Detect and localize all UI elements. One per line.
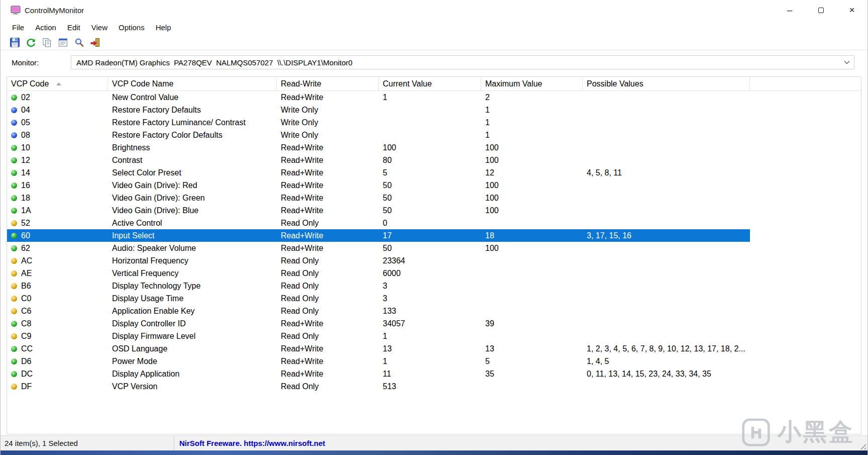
table-row[interactable]: C6Application Enable KeyRead Only133 xyxy=(7,305,750,317)
vcp-code-text: 52 xyxy=(21,219,30,228)
cell-maximum-value: 39 xyxy=(481,317,583,330)
cell-maximum-value: 100 xyxy=(481,141,583,154)
cell-possible-values xyxy=(583,267,750,280)
cell-vcp-code: 60 xyxy=(7,229,108,242)
table-row[interactable]: 62Audio: Speaker VolumeRead+Write50100 xyxy=(7,242,750,254)
refresh-button[interactable] xyxy=(25,36,37,49)
table-row[interactable]: 04Restore Factory DefaultsWrite Only1 xyxy=(7,104,750,116)
cell-vcp-code-name: Vertical Frequency xyxy=(108,267,277,280)
table-row[interactable]: CCOSD LanguageRead+Write13131, 2, 3, 4, … xyxy=(7,342,750,355)
close-button[interactable]: × xyxy=(836,0,867,20)
cell-current-value: 1 xyxy=(379,330,481,342)
cell-vcp-code-name: Display Firmware Level xyxy=(108,330,277,342)
table-row[interactable]: 18Video Gain (Drive): GreenRead+Write501… xyxy=(7,192,750,204)
column-header-current-value[interactable]: Current Value xyxy=(379,77,481,90)
cell-current-value: 50 xyxy=(379,179,481,192)
cell-possible-values xyxy=(583,129,750,141)
table-row[interactable]: B6Display Technology TypeRead Only3 xyxy=(7,280,750,292)
maximize-button[interactable] xyxy=(805,0,836,20)
column-header-read-write[interactable]: Read-Write xyxy=(277,77,379,90)
table-row[interactable]: 16Video Gain (Drive): RedRead+Write50100 xyxy=(7,179,750,192)
cell-possible-values xyxy=(583,204,750,217)
cell-maximum-value: 100 xyxy=(481,204,583,217)
cell-vcp-code-name: Restore Factory Luminance/ Contrast xyxy=(108,116,277,129)
cell-vcp-code-name: Horizontal Frequency xyxy=(108,254,277,267)
cell-current-value: 50 xyxy=(379,192,481,204)
vcp-code-text: C6 xyxy=(21,307,31,316)
green-status-dot-icon xyxy=(11,145,17,151)
minimize-button[interactable]: – xyxy=(774,0,805,20)
table-row[interactable]: 10BrightnessRead+Write100100 xyxy=(7,141,750,154)
copy-button[interactable] xyxy=(41,36,53,49)
cell-maximum-value xyxy=(481,217,583,229)
green-status-dot-icon xyxy=(11,233,17,239)
green-status-dot-icon xyxy=(11,321,17,327)
app-icon xyxy=(11,6,21,15)
cell-current-value xyxy=(379,116,481,129)
green-status-dot-icon xyxy=(11,95,17,101)
vcp-code-text: C8 xyxy=(21,319,31,328)
properties-button[interactable] xyxy=(57,36,69,49)
cell-read-write: Read Only xyxy=(277,280,379,292)
table-header: VCP Code VCP Code Name Read-Write Curren… xyxy=(7,77,861,91)
cell-current-value xyxy=(379,129,481,141)
table-row[interactable]: C0Display Usage TimeRead Only3 xyxy=(7,292,750,305)
vcp-code-text: C9 xyxy=(21,332,31,341)
table-row[interactable]: C9Display Firmware LevelRead Only1 xyxy=(7,330,750,342)
cell-read-write: Write Only xyxy=(277,104,379,116)
vcp-code-text: 10 xyxy=(21,143,30,152)
yellow-status-dot-icon xyxy=(11,296,17,302)
cell-vcp-code-name: Video Gain (Drive): Red xyxy=(108,179,277,192)
menubar: File Action Edit View Options Help xyxy=(1,20,867,35)
table-row[interactable]: DFVCP VersionRead Only513 xyxy=(7,380,750,393)
resize-grip[interactable] xyxy=(858,442,866,449)
cell-vcp-code-name: New Control Value xyxy=(108,91,277,104)
table-row[interactable]: DCDisplay ApplicationRead+Write11350, 11… xyxy=(7,368,750,380)
cell-read-write: Read Only xyxy=(277,217,379,229)
menu-item-action[interactable]: Action xyxy=(30,22,62,33)
table-row[interactable]: 12ContrastRead+Write80100 xyxy=(7,154,750,166)
cell-vcp-code: 12 xyxy=(7,154,108,166)
table-row[interactable]: D6Power ModeRead+Write151, 4, 5 xyxy=(7,355,750,368)
menu-item-options[interactable]: Options xyxy=(113,22,150,33)
table-row[interactable]: 02New Control ValueRead+Write12 xyxy=(7,91,750,104)
cell-vcp-code-name: Active Control xyxy=(108,217,277,229)
vcp-code-text: 12 xyxy=(21,156,30,165)
menu-item-file[interactable]: File xyxy=(7,22,30,33)
table-row[interactable]: ACHorizontal FrequencyRead Only23364 xyxy=(7,254,750,267)
cell-maximum-value: 2 xyxy=(481,91,583,104)
cell-vcp-code-name: Brightness xyxy=(108,141,277,154)
menu-item-help[interactable]: Help xyxy=(150,22,177,33)
table-row[interactable]: AEVertical FrequencyRead Only6000 xyxy=(7,267,750,280)
column-header-vcp-code-name[interactable]: VCP Code Name xyxy=(108,77,277,90)
save-button[interactable] xyxy=(9,36,21,49)
table-row[interactable]: 60Input SelectRead+Write17183, 17, 15, 1… xyxy=(7,229,750,242)
menu-item-view[interactable]: View xyxy=(86,22,113,33)
vcp-code-text: AC xyxy=(21,256,32,265)
table-row[interactable]: 52Active ControlRead Only0 xyxy=(7,217,750,229)
column-header-possible-values[interactable]: Possible Values xyxy=(583,77,750,90)
table-row[interactable]: 1AVideo Gain (Drive): BlueRead+Write5010… xyxy=(7,204,750,217)
cell-read-write: Read Only xyxy=(277,267,379,280)
find-button[interactable] xyxy=(73,36,85,49)
vcp-code-text: B6 xyxy=(21,282,31,291)
cell-possible-values xyxy=(583,292,750,305)
nirsoft-link[interactable]: NirSoft Freeware. https://www.nirsoft.ne… xyxy=(174,439,325,447)
column-header-vcp-code[interactable]: VCP Code xyxy=(7,77,108,90)
menu-item-edit[interactable]: Edit xyxy=(62,22,86,33)
exit-button[interactable] xyxy=(89,36,101,49)
status-items-count: 24 item(s), 1 Selected xyxy=(1,436,174,450)
blue-status-dot-icon xyxy=(11,120,17,126)
cell-vcp-code-name: Contrast xyxy=(108,154,277,166)
table-row[interactable]: 08Restore Factory Color DefaultsWrite On… xyxy=(7,129,750,141)
table-row[interactable]: C8Display Controller IDRead+Write3405739 xyxy=(7,317,750,330)
green-status-dot-icon xyxy=(11,157,17,163)
column-header-maximum-value[interactable]: Maximum Value xyxy=(481,77,583,90)
table-row[interactable]: 14Select Color PresetRead+Write5124, 5, … xyxy=(7,166,750,179)
monitor-combobox[interactable]: AMD Radeon(TM) Graphics PA278QEV NALMQS0… xyxy=(71,55,854,69)
cell-vcp-code: C8 xyxy=(7,317,108,330)
cell-maximum-value: 1 xyxy=(481,129,583,141)
cell-possible-values xyxy=(583,179,750,192)
table-row[interactable]: 05Restore Factory Luminance/ ContrastWri… xyxy=(7,116,750,129)
cell-vcp-code-name: Audio: Speaker Volume xyxy=(108,242,277,254)
